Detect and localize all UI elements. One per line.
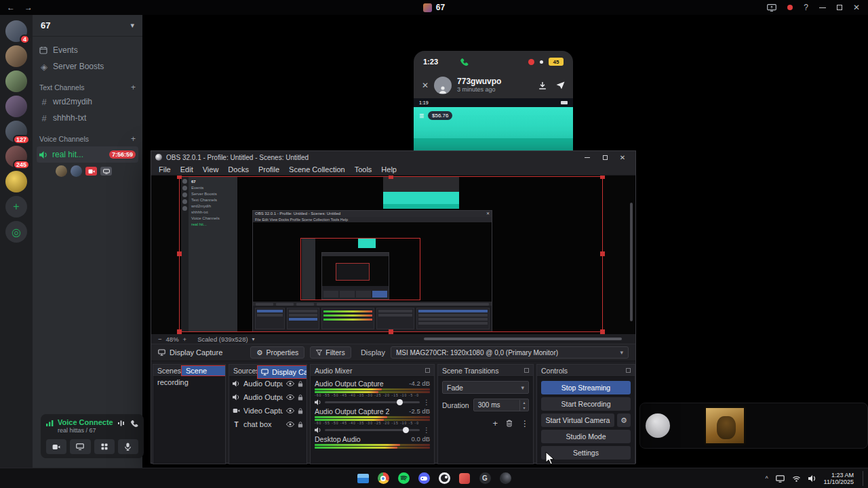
voice-channel-real-hit[interactable]: real hit... 7:56:59 — [37, 146, 138, 163]
resize-handle[interactable] — [177, 176, 182, 179]
channel-wrd2mydih[interactable]: # wrd2mydih — [33, 94, 142, 110]
lock-icon[interactable] — [298, 408, 303, 414]
start-recording-button[interactable]: Start Recording — [541, 397, 631, 411]
server-avatar[interactable] — [5, 70, 27, 92]
volume-tray-icon[interactable] — [808, 475, 816, 482]
screenshare-button[interactable] — [70, 439, 90, 454]
nav-item-events[interactable]: Events — [33, 42, 142, 58]
participant-avatar[interactable] — [56, 165, 67, 177]
properties-button[interactable]: ⚙ Properties — [250, 346, 304, 359]
lock-icon[interactable] — [298, 422, 303, 428]
help-icon[interactable]: ? — [804, 3, 808, 12]
menu-view[interactable]: View — [198, 163, 224, 176]
taskbar-icon-obs[interactable] — [435, 470, 453, 487]
spin-up-icon[interactable]: ▴ — [523, 400, 525, 405]
menu-file[interactable]: File — [154, 163, 176, 176]
channel-shhhh-txt[interactable]: # shhhh-txt — [33, 110, 142, 126]
display-select[interactable]: MSI MAG270CR: 1920x1080 @ 0,0 (Primary M… — [391, 346, 629, 359]
forward-icon[interactable]: → — [24, 3, 33, 12]
selected-source-bounds[interactable]: 67 Events Server Boosts Text Channels wr… — [179, 176, 603, 332]
dismiss-notification-icon[interactable]: ✕ — [422, 81, 429, 90]
voice-channels-header[interactable]: Voice Channels + — [33, 133, 142, 145]
resize-handle[interactable] — [600, 251, 605, 256]
virtual-camera-button[interactable]: Start Virtual Camera — [541, 413, 614, 427]
spin-down-icon[interactable]: ▾ — [523, 405, 525, 411]
maximize-button[interactable] — [837, 5, 842, 10]
server-avatar[interactable]: 4 — [5, 20, 27, 42]
add-channel-icon[interactable]: + — [131, 83, 136, 92]
menu-docks[interactable]: Docks — [223, 163, 254, 176]
minimize-button[interactable] — [819, 7, 826, 8]
source-audio-output-1[interactable]: Audio Outpu — [229, 377, 307, 390]
menu-edit[interactable]: Edit — [176, 163, 198, 176]
obs-preview-canvas[interactable]: 67 Events Server Boosts Text Channels wr… — [151, 176, 635, 334]
speaker-icon[interactable] — [315, 399, 321, 405]
eye-icon[interactable] — [286, 381, 294, 386]
back-icon[interactable]: ← — [7, 3, 15, 12]
volume-slider[interactable] — [325, 401, 420, 403]
menu-profile[interactable]: Profile — [254, 163, 284, 176]
channel-menu-icon[interactable]: ⋮ — [423, 399, 430, 406]
add-channel-icon[interactable]: + — [131, 134, 136, 144]
transition-select[interactable]: Fade ▾ — [442, 381, 529, 394]
filters-button[interactable]: Filters — [310, 346, 351, 359]
scaled-resolution[interactable]: Scaled (939x528) — [197, 336, 248, 343]
phone-notification[interactable]: ✕ 773gwuvpo 3 minutes ago — [414, 73, 573, 98]
resize-handle[interactable] — [389, 329, 393, 334]
text-channels-header[interactable]: Text Channels + — [33, 81, 142, 94]
virtual-camera-settings-button[interactable]: ⚙ — [617, 413, 631, 427]
explore-servers-button[interactable]: ◎ — [5, 221, 27, 243]
wifi-tray-icon[interactable] — [792, 475, 801, 482]
display-tray-icon[interactable] — [776, 475, 785, 483]
hamburger-menu-icon[interactable]: ≡ — [419, 113, 424, 119]
server-avatar[interactable] — [5, 96, 27, 117]
menu-tools[interactable]: Tools — [350, 163, 377, 176]
zoom-in-icon[interactable]: + — [183, 336, 187, 343]
soundboard-button[interactable] — [118, 439, 138, 454]
screenshare-icon[interactable] — [767, 4, 776, 12]
taskbar-icon-discord[interactable] — [415, 470, 433, 487]
stream-preview-tile[interactable] — [639, 403, 868, 449]
close-button[interactable]: ✕ — [853, 3, 860, 12]
preview-horizontal-scrollbar[interactable] — [424, 338, 622, 340]
transition-menu-icon[interactable]: ⋮ — [521, 419, 529, 428]
server-header[interactable]: 67 ▾ — [33, 15, 142, 37]
scene-item-scene[interactable]: Scene — [181, 365, 226, 376]
obs-close-button[interactable]: ✕ — [614, 151, 631, 163]
activities-button[interactable] — [94, 439, 115, 454]
server-avatar[interactable] — [5, 45, 27, 67]
speaker-icon[interactable] — [315, 427, 321, 433]
download-icon[interactable] — [538, 82, 547, 89]
send-icon[interactable] — [556, 81, 565, 89]
camera-button[interactable] — [46, 439, 66, 454]
eye-icon[interactable] — [286, 394, 294, 400]
add-server-button[interactable]: + — [5, 196, 27, 218]
resize-handle[interactable] — [600, 176, 605, 179]
obs-minimize-button[interactable] — [578, 151, 596, 163]
add-transition-icon[interactable]: + — [492, 418, 498, 428]
nav-item-boosts[interactable]: ◈ Server Boosts — [33, 58, 142, 75]
source-display-capture[interactable]: Display Capt — [257, 365, 307, 379]
disconnect-call-icon[interactable] — [130, 420, 138, 428]
mixer-dock-header[interactable]: Audio Mixer — [311, 365, 434, 377]
transitions-dock-header[interactable]: Scene Transitions — [438, 365, 533, 377]
stop-streaming-button[interactable]: Stop Streaming — [541, 381, 631, 394]
noise-suppression-icon[interactable] — [117, 420, 125, 428]
voice-channel-detail[interactable]: real hittas / 67 — [58, 427, 113, 434]
resize-handle[interactable] — [389, 176, 393, 179]
tray-expand-icon[interactable]: ^ — [765, 475, 768, 482]
show-desktop-button[interactable] — [863, 471, 864, 486]
participant-avatar[interactable] — [71, 165, 82, 177]
server-avatar[interactable] — [5, 171, 27, 192]
taskbar-icon-app[interactable] — [496, 470, 514, 487]
remove-transition-icon[interactable] — [506, 420, 513, 427]
lock-icon[interactable] — [298, 381, 303, 387]
menu-help[interactable]: Help — [376, 163, 401, 176]
lock-icon[interactable] — [298, 394, 303, 401]
phone-screen-mirror[interactable]: 1:19 ≡ $56.76 — [414, 98, 573, 150]
source-audio-output-2[interactable]: Audio Outpu — [229, 390, 307, 404]
resize-handle[interactable] — [177, 329, 182, 334]
resize-handle[interactable] — [177, 251, 182, 256]
duration-spinbox[interactable]: 300 ms ▴ ▾ — [473, 399, 529, 411]
zoom-out-icon[interactable]: − — [158, 336, 162, 343]
